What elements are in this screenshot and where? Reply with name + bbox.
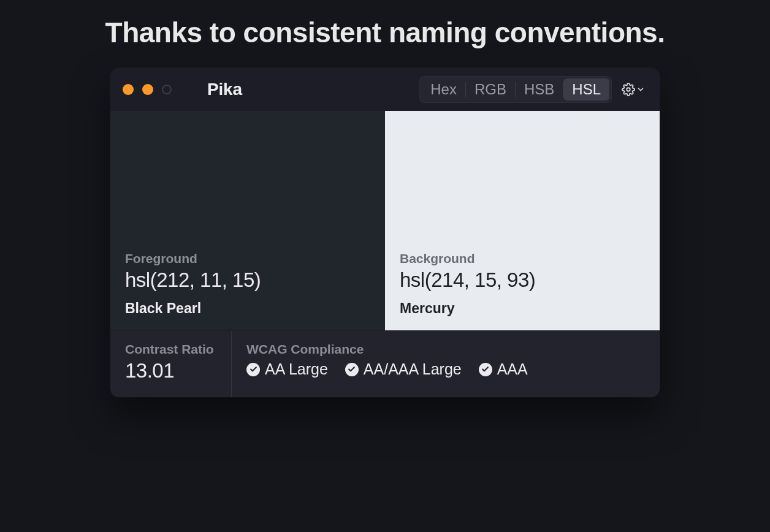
chevron-down-icon bbox=[636, 85, 645, 94]
format-tab-hsb[interactable]: HSB bbox=[516, 78, 563, 101]
wcag-item-text: AA/AAA Large bbox=[364, 360, 462, 378]
titlebar-controls: Hex RGB HSB HSL bbox=[419, 76, 647, 103]
wcag-section: WCAG Compliance AA Large AA/AAA Large bbox=[232, 331, 543, 397]
checkmark-icon bbox=[246, 363, 260, 376]
wcag-item-aa-aaa-large: AA/AAA Large bbox=[345, 360, 462, 378]
svg-point-0 bbox=[627, 88, 630, 92]
window-close-button[interactable] bbox=[123, 84, 134, 95]
titlebar: Pika Hex RGB HSB HSL bbox=[110, 68, 660, 111]
traffic-lights bbox=[123, 84, 172, 95]
wcag-item-text: AA Large bbox=[265, 360, 328, 378]
gear-icon bbox=[622, 83, 635, 96]
app-window: Pika Hex RGB HSB HSL bbox=[110, 68, 660, 397]
foreground-value: hsl(212, 11, 15) bbox=[125, 268, 370, 292]
contrast-ratio-section: Contrast Ratio 13.01 bbox=[110, 331, 232, 397]
page-headline: Thanks to consistent naming conventions. bbox=[105, 11, 665, 55]
wcag-compliance-row: AA Large AA/AAA Large AAA bbox=[246, 360, 528, 378]
window-minimize-button[interactable] bbox=[142, 84, 153, 95]
foreground-color-panel[interactable]: Foreground hsl(212, 11, 15) Black Pearl bbox=[110, 111, 385, 330]
format-tab-hsl[interactable]: HSL bbox=[563, 78, 609, 101]
wcag-label: WCAG Compliance bbox=[246, 342, 528, 357]
background-color-name: Mercury bbox=[400, 300, 645, 317]
foreground-color-name: Black Pearl bbox=[125, 300, 370, 317]
contrast-ratio-label: Contrast Ratio bbox=[125, 342, 216, 357]
wcag-item-aaa: AAA bbox=[479, 360, 528, 378]
foreground-label: Foreground bbox=[125, 251, 370, 266]
contrast-ratio-value: 13.01 bbox=[125, 359, 216, 382]
background-label: Background bbox=[400, 251, 645, 266]
format-segmented-control: Hex RGB HSB HSL bbox=[419, 76, 612, 103]
background-color-panel[interactable]: Background hsl(214, 15, 93) Mercury bbox=[385, 111, 660, 330]
app-title: Pika bbox=[207, 80, 242, 99]
window-zoom-button[interactable] bbox=[162, 85, 172, 94]
wcag-item-text: AAA bbox=[497, 360, 528, 378]
format-tab-hex[interactable]: Hex bbox=[422, 78, 465, 101]
checkmark-icon bbox=[479, 363, 492, 376]
footer: Contrast Ratio 13.01 WCAG Compliance AA … bbox=[110, 330, 660, 397]
settings-button[interactable] bbox=[619, 80, 647, 99]
format-tab-rgb[interactable]: RGB bbox=[466, 78, 515, 101]
background-value: hsl(214, 15, 93) bbox=[400, 268, 645, 292]
checkmark-icon bbox=[345, 363, 359, 376]
wcag-item-aa-large: AA Large bbox=[246, 360, 328, 378]
color-panels: Foreground hsl(212, 11, 15) Black Pearl … bbox=[110, 111, 660, 330]
